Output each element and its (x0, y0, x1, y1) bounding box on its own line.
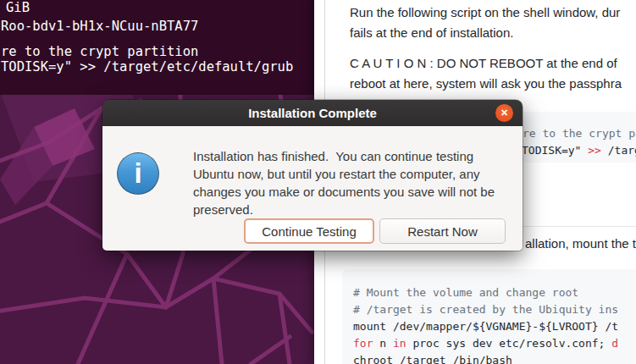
dialog-message: Ubuntu now, but until you restart the co… (193, 167, 480, 181)
dialog-titlebar[interactable]: Installation Complete ✕ (102, 100, 523, 126)
code-line: re to the crypt pa (523, 127, 636, 140)
close-button[interactable]: ✕ (495, 104, 513, 122)
code-keyword: d (611, 337, 618, 350)
dialog-message: changes you make or documents you save w… (193, 185, 495, 199)
code-block (342, 269, 636, 364)
code-line: # /target is created by the Ubiquity ins (353, 303, 618, 316)
continue-testing-button[interactable]: Continue Testing (244, 218, 374, 244)
terminal-line: Roo-bdv1-bH1x-NCuu-nBTA77 (1, 19, 198, 34)
code-keyword: in (393, 337, 406, 350)
doc-paragraph: allation, mount the ta (525, 236, 636, 251)
code-line: mount /dev/mapper/${VGNAME}-${LVROOT} /t (353, 320, 618, 333)
terminal-line: TODISK=y" >> /target/etc/default/grub (1, 60, 293, 74)
dialog-body: i Installation has finished. You can con… (102, 126, 523, 251)
dialog-message: preserved. (193, 202, 253, 217)
code-fragment: proc sys dev etc/resolv.conf; (406, 337, 612, 350)
installation-complete-dialog: Installation Complete ✕ i Installation h… (102, 100, 523, 251)
code-fragment: TODISK=y" (522, 144, 588, 157)
code-fragment: n (373, 337, 392, 350)
code-line: for n in proc sys dev etc/resolv.conf; d (353, 337, 618, 350)
code-fragment: /targ (601, 144, 636, 157)
doc-paragraph: fails at the end of installation. (350, 25, 513, 40)
terminal-line: re to the crypt partition (1, 45, 198, 59)
close-icon: ✕ (501, 108, 508, 119)
terminal-window[interactable]: GiB Roo-bdv1-bH1x-NCuu-nBTA77 re to the … (0, 0, 314, 95)
code-line: TODISK=y" >> /targ (522, 144, 636, 157)
dialog-title: Installation Complete (102, 100, 523, 126)
info-icon-glyph: i (134, 159, 141, 187)
doc-paragraph: Run the following script on the shell wi… (350, 5, 620, 19)
code-keyword: for (353, 337, 373, 350)
doc-caution-paragraph: C A U T I O N : DO NOT REBOOT at the end… (350, 56, 617, 70)
info-icon: i (117, 152, 159, 195)
terminal-line: GiB (6, 1, 30, 15)
code-line: # Mount the volume and change root (353, 286, 578, 299)
code-line: chroot /target /bin/bash (353, 354, 512, 364)
doc-caution-paragraph: reboot at here, system will ask you the … (350, 76, 622, 91)
restart-now-button[interactable]: Restart Now (379, 218, 506, 244)
code-operator: >> (588, 144, 601, 157)
dialog-message: Installation has finished. You can conti… (193, 149, 473, 163)
